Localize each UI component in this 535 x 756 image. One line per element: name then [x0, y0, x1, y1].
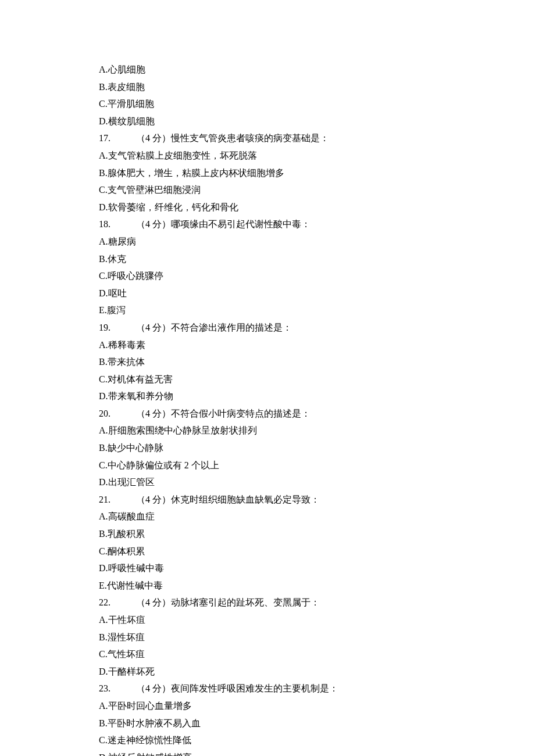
option-line: A.高碳酸血症 [99, 508, 448, 525]
option-line: C.中心静脉偏位或有 2 个以上 [99, 457, 448, 474]
option-line: A.肝细胞索围绕中心静脉呈放射状排列 [99, 422, 448, 439]
question-text: （4 分）哪项缘由不易引起代谢性酸中毒： [136, 216, 311, 233]
question-line: 23.（4 分）夜间阵发性呼吸困难发生的主要机制是： [99, 680, 448, 697]
option-line: D.神经反射敏感性增高 [99, 749, 448, 756]
option-line: B.湿性坏疽 [99, 629, 448, 646]
option-line: A.支气管粘膜上皮细胞变性，坏死脱落 [99, 147, 448, 164]
option-line: B.平卧时水肿液不易入血 [99, 715, 448, 732]
question-text: （4 分）不符合渗出液作用的描述是： [136, 319, 292, 336]
question-line: 18.（4 分）哪项缘由不易引起代谢性酸中毒： [99, 216, 448, 233]
option-line: D.呼吸性碱中毒 [99, 560, 448, 577]
option-line: A.稀释毒素 [99, 336, 448, 354]
question-number: 22. [99, 594, 136, 611]
option-line: B.带来抗体 [99, 353, 448, 371]
question-number: 23. [99, 680, 136, 697]
question-text: （4 分）休克时组织细胞缺血缺氧必定导致： [136, 491, 320, 508]
question-text: （4 分）动脉堵塞引起的趾坏死、变黑属于： [136, 594, 320, 611]
question-text: （4 分）慢性支气管炎患者咳痰的病变基础是： [136, 130, 329, 147]
question-number: 18. [99, 216, 136, 233]
option-line: C.支气管壁淋巴细胞浸润 [99, 181, 448, 199]
option-line: B.乳酸积累 [99, 525, 448, 543]
question-number: 20. [99, 405, 136, 422]
document-content: A.心肌细胞B.表皮细胞C.平滑肌细胞D.横纹肌细胞17.（4 分）慢性支气管炎… [99, 61, 448, 756]
question-line: 21.（4 分）休克时组织细胞缺血缺氧必定导致： [99, 491, 448, 508]
question-number: 21. [99, 491, 136, 508]
option-line: A.平卧时回心血量增多 [99, 697, 448, 715]
option-line: D.软骨萎缩，纤维化，钙化和骨化 [99, 199, 448, 216]
option-line: C.气性坏疽 [99, 646, 448, 663]
question-line: 19.（4 分）不符合渗出液作用的描述是： [99, 319, 448, 336]
option-line: D.横纹肌细胞 [99, 113, 448, 130]
option-line: D.带来氧和养分物 [99, 388, 448, 405]
option-line: B.表皮细胞 [99, 78, 448, 96]
option-line: B.休克 [99, 250, 448, 268]
option-line: C.呼吸心跳骤停 [99, 267, 448, 285]
question-line: 17.（4 分）慢性支气管炎患者咳痰的病变基础是： [99, 130, 448, 147]
option-line: E.代谢性碱中毒 [99, 577, 448, 594]
question-number: 19. [99, 319, 136, 336]
option-line: C.平滑肌细胞 [99, 95, 448, 113]
option-line: D.出现汇管区 [99, 474, 448, 491]
option-line: A.糖尿病 [99, 233, 448, 250]
option-line: C.酮体积累 [99, 543, 448, 560]
option-line: D.呕吐 [99, 285, 448, 302]
question-line: 20.（4 分）不符合假小叶病变特点的描述是： [99, 405, 448, 422]
option-line: B.缺少中心静脉 [99, 439, 448, 457]
option-line: A.干性坏疽 [99, 611, 448, 629]
option-line: A.心肌细胞 [99, 61, 448, 78]
option-line: B.腺体肥大，增生，粘膜上皮内杯状细胞增多 [99, 164, 448, 182]
question-text: （4 分）不符合假小叶病变特点的描述是： [136, 405, 311, 422]
question-line: 22.（4 分）动脉堵塞引起的趾坏死、变黑属于： [99, 594, 448, 611]
option-line: E.腹泻 [99, 302, 448, 319]
option-line: D.干酪样坏死 [99, 663, 448, 680]
option-line: C.迷走神经惊慌性降低 [99, 732, 448, 749]
question-number: 17. [99, 130, 136, 147]
question-text: （4 分）夜间阵发性呼吸困难发生的主要机制是： [136, 680, 338, 697]
option-line: C.对机体有益无害 [99, 371, 448, 388]
